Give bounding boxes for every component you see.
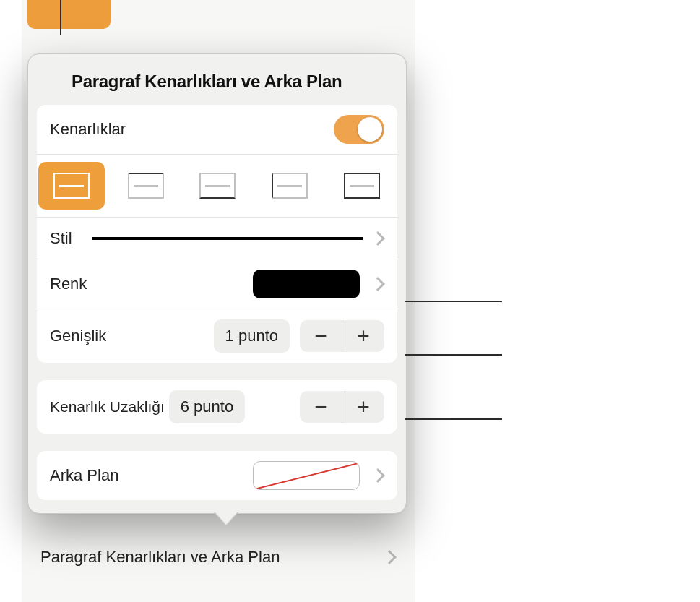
line-style-preview <box>92 237 363 240</box>
underlying-tab-accent <box>27 0 111 29</box>
border-all-segment[interactable] <box>38 162 105 210</box>
callout-line <box>405 418 502 420</box>
offset-row: Kenarlık Uzaklığı 6 punto − + <box>37 380 397 434</box>
borders-toggle[interactable] <box>334 115 384 144</box>
inspector-panel: Paragraf Kenarlıkları ve Arka Plan Parag… <box>22 0 415 602</box>
popover-title: Paragraf Kenarlıkları ve Arka Plan <box>28 54 406 105</box>
width-row: Genişlik 1 punto − + <box>37 309 397 363</box>
borders-toggle-row: Kenarlıklar <box>37 105 397 155</box>
border-left-icon <box>272 173 308 199</box>
border-top-icon <box>128 173 164 199</box>
color-label: Renk <box>50 275 87 293</box>
offset-stepper: − + <box>300 391 384 423</box>
offset-decrement-button[interactable]: − <box>300 391 342 423</box>
border-position-segments <box>37 155 397 218</box>
color-row[interactable]: Renk <box>37 259 397 309</box>
style-label: Stil <box>50 229 72 248</box>
border-all-icon <box>53 173 90 199</box>
width-label: Genişlik <box>50 327 106 345</box>
chevron-right-icon <box>371 231 385 246</box>
callout-line <box>405 301 502 302</box>
width-value: 1 punto <box>214 319 290 353</box>
color-swatch[interactable] <box>253 270 360 298</box>
chevron-right-icon <box>371 468 385 483</box>
toggle-knob <box>358 117 382 142</box>
offset-increment-button[interactable]: + <box>342 391 384 423</box>
offset-value: 6 punto <box>169 390 245 423</box>
callout-line <box>405 354 502 356</box>
border-left-segment[interactable] <box>259 162 321 210</box>
border-top-segment[interactable] <box>115 162 177 210</box>
width-stepper: − + <box>300 320 384 352</box>
border-bottom-segment[interactable] <box>187 162 249 210</box>
border-outer-segment[interactable] <box>331 162 393 210</box>
paragraph-borders-row[interactable]: Paragraf Kenarlıkları ve Arka Plan <box>29 537 407 577</box>
offset-card: Kenarlık Uzaklığı 6 punto − + <box>37 380 397 434</box>
background-row[interactable]: Arka Plan <box>37 451 397 500</box>
borders-label: Kenarlıklar <box>50 120 126 139</box>
paragraph-borders-row-label: Paragraf Kenarlıkları ve Arka Plan <box>40 548 280 567</box>
width-decrement-button[interactable]: − <box>300 320 342 352</box>
border-bottom-icon <box>199 173 236 199</box>
callout-line <box>60 0 61 35</box>
border-outer-icon <box>344 173 380 199</box>
style-row[interactable]: Stil <box>37 218 397 259</box>
chevron-right-icon <box>382 550 397 564</box>
chevron-right-icon <box>371 277 385 291</box>
paragraph-borders-popover: Paragraf Kenarlıkları ve Arka Plan Kenar… <box>27 53 407 514</box>
width-increment-button[interactable]: + <box>342 320 384 352</box>
background-card: Arka Plan <box>37 451 397 500</box>
offset-label: Kenarlık Uzaklığı <box>50 398 165 416</box>
background-label: Arka Plan <box>50 466 118 485</box>
borders-card: Kenarlıklar <box>37 105 397 363</box>
background-swatch-none[interactable] <box>253 461 360 490</box>
